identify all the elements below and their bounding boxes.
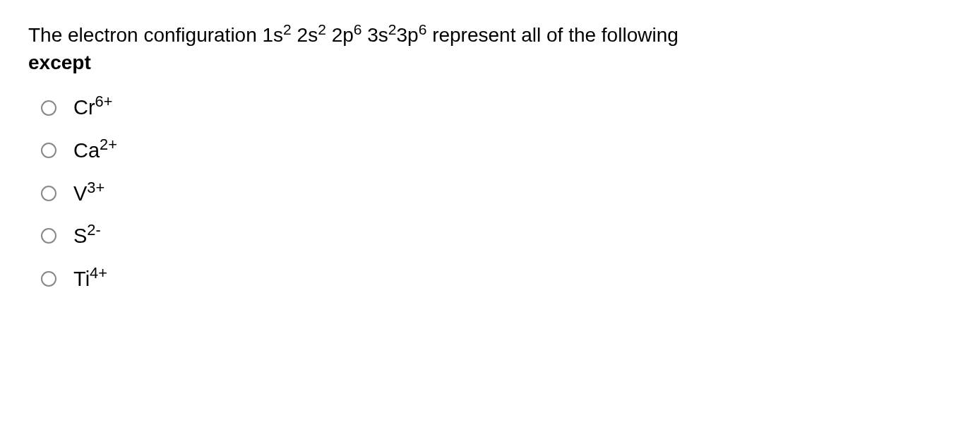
question-text: The electron configuration 1s2 2s2 2p6 3… [28,21,952,76]
config-3s-base: 3s [367,24,388,46]
config-1s-sup: 2 [283,21,292,37]
option-base: Ca [73,139,100,162]
option-label: S2- [73,222,101,251]
option-label: Ca2+ [73,136,117,165]
option-cr6[interactable]: Cr6+ [41,93,952,122]
radio-icon[interactable] [41,228,56,244]
option-v3[interactable]: V3+ [41,179,952,208]
except-word: except [28,52,91,73]
config-3p-sup: 6 [419,21,427,37]
option-base: S [73,225,87,247]
config-1s-base: 1s [263,24,284,46]
option-sup: 2- [87,222,100,239]
option-ca2[interactable]: Ca2+ [41,136,952,165]
option-label: V3+ [73,179,104,208]
options-group: Cr6+ Ca2+ V3+ S2- Ti4+ [28,93,952,293]
option-sup: 2+ [100,136,117,153]
option-sup: 6+ [95,93,113,111]
radio-icon[interactable] [41,271,56,287]
question-middle: represent all of the following [426,24,678,46]
option-sup: 4+ [90,264,107,282]
option-label: Ti4+ [73,265,107,294]
question-prefix: The electron configuration [28,24,263,46]
config-3s-sup: 2 [388,21,397,37]
option-sup: 3+ [87,179,104,196]
option-s2[interactable]: S2- [41,222,952,251]
config-3p-base: 3p [397,24,419,46]
option-ti4[interactable]: Ti4+ [41,265,952,294]
option-base: Cr [73,96,95,119]
radio-icon[interactable] [41,143,56,158]
config-2s-base: 2s [297,24,318,46]
radio-icon[interactable] [41,100,56,116]
radio-icon[interactable] [41,186,56,201]
option-label: Cr6+ [73,93,112,122]
option-base: V [73,182,87,205]
config-2s-sup: 2 [318,21,326,37]
config-2p-base: 2p [332,24,354,46]
config-2p-sup: 6 [354,21,362,37]
option-base: Ti [73,268,90,290]
